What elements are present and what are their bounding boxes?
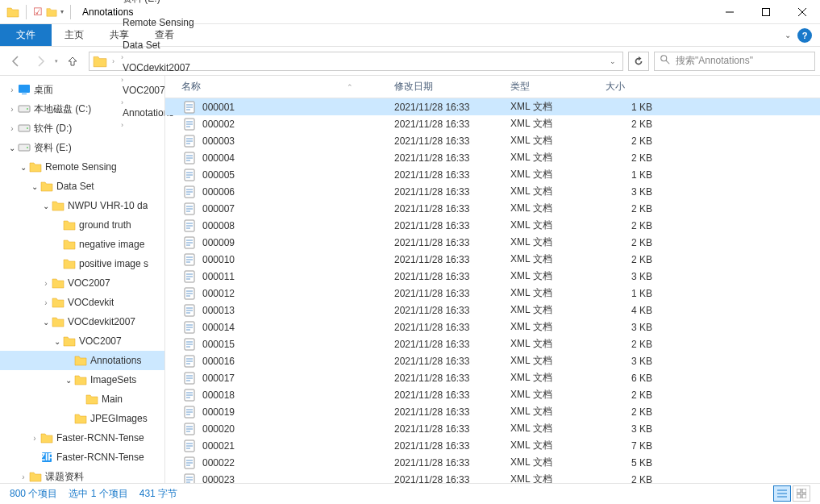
back-button[interactable] bbox=[5, 50, 27, 73]
tree-item[interactable]: ⌄Data Set bbox=[0, 177, 164, 196]
file-size: 4 KB bbox=[606, 305, 660, 316]
folder-icon[interactable] bbox=[46, 6, 57, 18]
chevron-right-icon[interactable]: › bbox=[6, 85, 18, 94]
file-row[interactable]: 0000192021/11/28 16:33XML 文档2 KB bbox=[165, 403, 820, 420]
breadcrumb[interactable]: Data Set bbox=[118, 40, 199, 51]
column-date[interactable]: 修改日期 bbox=[394, 80, 510, 94]
tree-item[interactable]: ›本地磁盘 (C:) bbox=[0, 99, 164, 119]
tree-item-label: NWPU VHR-10 da bbox=[68, 200, 148, 211]
tree-item[interactable]: ⌄资料 (E:) bbox=[0, 138, 164, 157]
chevron-right-icon[interactable]: › bbox=[109, 57, 118, 65]
file-row[interactable]: 0000232021/11/28 16:33XML 文档2 KB bbox=[165, 471, 820, 483]
chevron-right-icon[interactable]: › bbox=[40, 279, 52, 288]
chevron-right-icon[interactable]: › bbox=[6, 105, 18, 114]
address-dropdown-icon[interactable]: ⌄ bbox=[603, 57, 622, 65]
tree-item[interactable]: ›课题资料 bbox=[0, 467, 164, 483]
file-date: 2021/11/28 16:33 bbox=[394, 356, 510, 367]
breadcrumb[interactable]: Remote Sensing bbox=[118, 17, 199, 28]
tree-item[interactable]: ground truth bbox=[0, 215, 164, 235]
file-row[interactable]: 0000102021/11/28 16:33XML 文档2 KB bbox=[165, 251, 820, 268]
file-name: 000002 bbox=[198, 119, 394, 130]
tree-item[interactable]: ›桌面 bbox=[0, 80, 164, 99]
check-icon[interactable]: ☑ bbox=[33, 6, 43, 18]
maximize-button[interactable] bbox=[747, 0, 784, 24]
file-pane[interactable]: 名称⌃ 修改日期 类型 大小 0000012021/11/28 16:33XML… bbox=[165, 76, 820, 483]
view-large-button[interactable] bbox=[793, 485, 810, 502]
tree-item[interactable]: ⌄Remote Sensing bbox=[0, 157, 164, 177]
tree-item[interactable]: ⌄VOCdevkit2007 bbox=[0, 312, 164, 331]
chevron-right-icon[interactable]: › bbox=[29, 434, 40, 443]
tree-item[interactable]: ›Faster-RCNN-Tense bbox=[0, 428, 164, 448]
tree-item[interactable]: ›VOC2007 bbox=[0, 273, 164, 293]
file-row[interactable]: 0000162021/11/28 16:33XML 文档3 KB bbox=[165, 352, 820, 369]
chevron-down-icon[interactable]: ⌄ bbox=[63, 376, 74, 385]
tree-item[interactable]: negative image bbox=[0, 235, 164, 254]
column-size[interactable]: 大小 bbox=[606, 80, 660, 94]
view-details-button[interactable] bbox=[773, 485, 791, 502]
file-row[interactable]: 0000082021/11/28 16:33XML 文档2 KB bbox=[165, 217, 820, 234]
file-row[interactable]: 0000062021/11/28 16:33XML 文档3 KB bbox=[165, 183, 820, 200]
chevron-down-icon[interactable]: ⌄ bbox=[40, 202, 52, 210]
file-row[interactable]: 0000022021/11/28 16:33XML 文档2 KB bbox=[165, 115, 820, 132]
xml-file-icon bbox=[181, 304, 198, 317]
tree-item[interactable]: ›VOCdevkit bbox=[0, 293, 164, 312]
file-row[interactable]: 0000172021/11/28 16:33XML 文档6 KB bbox=[165, 369, 820, 386]
tree-item[interactable]: JPEGImages bbox=[0, 409, 164, 428]
expand-ribbon-icon[interactable]: ⌄ bbox=[785, 31, 791, 40]
file-row[interactable]: 0000132021/11/28 16:33XML 文档4 KB bbox=[165, 302, 820, 319]
forward-button[interactable] bbox=[29, 50, 52, 73]
tree-item[interactable]: ⌄ImageSets bbox=[0, 370, 164, 389]
nav-tree[interactable]: ›桌面›本地磁盘 (C:)›软件 (D:)⌄资料 (E:)⌄Remote Sen… bbox=[0, 76, 165, 483]
ribbon-tab-home[interactable]: 主页 bbox=[52, 24, 97, 46]
address-bar[interactable]: › 资料 (E:)›Remote Sensing›Data Set›VOCdev… bbox=[89, 52, 623, 71]
ribbon-tab-file[interactable]: 文件 bbox=[0, 24, 52, 46]
close-button[interactable] bbox=[784, 0, 820, 24]
breadcrumb[interactable]: VOCdevkit2007 bbox=[118, 62, 199, 73]
file-row[interactable]: 0000212021/11/28 16:33XML 文档7 KB bbox=[165, 437, 820, 454]
chevron-right-icon[interactable]: › bbox=[118, 53, 127, 61]
column-type[interactable]: 类型 bbox=[510, 80, 606, 94]
file-row[interactable]: 0000072021/11/28 16:33XML 文档2 KB bbox=[165, 200, 820, 217]
chevron-right-icon[interactable]: › bbox=[18, 473, 29, 481]
file-row[interactable]: 0000042021/11/28 16:33XML 文档2 KB bbox=[165, 149, 820, 166]
file-row[interactable]: 0000152021/11/28 16:33XML 文档2 KB bbox=[165, 335, 820, 352]
tree-item[interactable]: ⌄VOC2007 bbox=[0, 331, 164, 351]
chevron-down-icon[interactable]: ⌄ bbox=[40, 318, 52, 327]
refresh-button[interactable] bbox=[628, 52, 649, 71]
chevron-down-icon[interactable]: ⌄ bbox=[29, 182, 40, 191]
chevron-right-icon[interactable]: › bbox=[6, 124, 18, 133]
qat-dropdown-icon[interactable]: ▾ bbox=[60, 8, 64, 15]
tree-item[interactable]: Faster-RCNN-Tense bbox=[0, 448, 164, 467]
history-dropdown-icon[interactable]: ▾ bbox=[55, 58, 58, 65]
up-button[interactable] bbox=[61, 50, 84, 73]
tree-item[interactable]: ›软件 (D:) bbox=[0, 119, 164, 138]
tree-item[interactable]: ⌄NWPU VHR-10 da bbox=[0, 196, 164, 215]
tree-item[interactable]: Main bbox=[0, 389, 164, 409]
help-button[interactable]: ? bbox=[797, 28, 812, 43]
tree-item[interactable]: Annotations bbox=[0, 351, 164, 370]
file-size: 2 KB bbox=[606, 152, 660, 164]
chevron-right-icon[interactable]: › bbox=[118, 8, 127, 16]
file-name: 000008 bbox=[198, 220, 394, 231]
file-row[interactable]: 0000092021/11/28 16:33XML 文档2 KB bbox=[165, 234, 820, 251]
chevron-down-icon[interactable]: ⌄ bbox=[52, 337, 63, 346]
tree-item[interactable]: positive image s bbox=[0, 254, 164, 273]
file-row[interactable]: 0000032021/11/28 16:33XML 文档2 KB bbox=[165, 132, 820, 149]
file-row[interactable]: 0000122021/11/28 16:33XML 文档1 KB bbox=[165, 285, 820, 302]
minimize-button[interactable] bbox=[711, 0, 747, 24]
file-date: 2021/11/28 16:33 bbox=[394, 271, 510, 282]
file-row[interactable]: 0000112021/11/28 16:33XML 文档3 KB bbox=[165, 268, 820, 285]
file-row[interactable]: 0000222021/11/28 16:33XML 文档5 KB bbox=[165, 454, 820, 471]
file-row[interactable]: 0000182021/11/28 16:33XML 文档2 KB bbox=[165, 386, 820, 403]
file-row[interactable]: 0000052021/11/28 16:33XML 文档1 KB bbox=[165, 166, 820, 183]
breadcrumb[interactable]: 资料 (E:) bbox=[118, 0, 199, 6]
chevron-right-icon[interactable]: › bbox=[40, 298, 52, 307]
file-row[interactable]: 0000142021/11/28 16:33XML 文档3 KB bbox=[165, 319, 820, 335]
column-name[interactable]: 名称⌃ bbox=[181, 80, 394, 94]
chevron-down-icon[interactable]: ⌄ bbox=[6, 144, 18, 152]
search-input[interactable]: 搜索"Annotations" bbox=[654, 52, 815, 71]
file-row[interactable]: 0000012021/11/28 16:33XML 文档1 KB bbox=[165, 98, 820, 115]
chevron-down-icon[interactable]: ⌄ bbox=[18, 163, 29, 172]
file-row[interactable]: 0000202021/11/28 16:33XML 文档3 KB bbox=[165, 420, 820, 437]
chevron-right-icon[interactable]: › bbox=[118, 31, 127, 39]
